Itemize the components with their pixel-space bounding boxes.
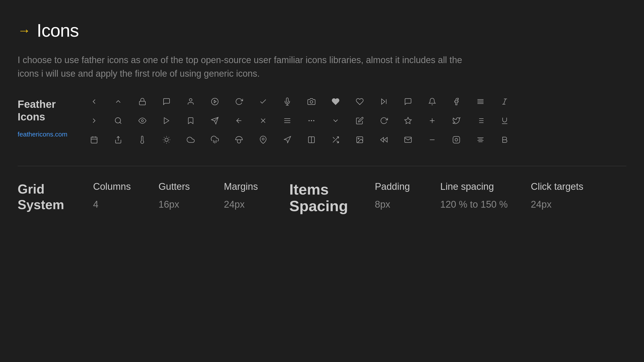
mic-icon — [281, 96, 293, 108]
svg-marker-65 — [381, 138, 384, 142]
svg-point-64 — [358, 138, 359, 139]
search-icon — [112, 115, 124, 127]
svg-marker-19 — [164, 118, 169, 124]
svg-point-30 — [309, 120, 309, 121]
star-icon — [402, 115, 414, 127]
chevron-up-icon — [112, 96, 124, 108]
check-icon — [257, 96, 269, 108]
shuffle-icon — [330, 134, 342, 146]
chevron-left-icon — [88, 96, 100, 108]
camera-icon — [305, 96, 317, 108]
icons-row-2 — [88, 115, 626, 127]
icons-grid — [88, 96, 626, 146]
edit-icon — [354, 115, 366, 127]
menu-icon — [281, 115, 293, 127]
italic-icon — [499, 96, 511, 108]
icons-row-3 — [88, 134, 626, 146]
svg-point-1 — [189, 99, 192, 101]
facebook-icon — [450, 96, 462, 108]
rotate-cw-icon — [378, 115, 390, 127]
message-circle-icon — [402, 96, 414, 108]
sun-icon — [160, 134, 173, 146]
svg-rect-0 — [139, 101, 145, 105]
line-spacing-header: Line spacing — [440, 181, 516, 192]
brand-name: Feather Icons — [18, 98, 68, 123]
send-icon — [209, 115, 221, 127]
chevron-down-icon — [330, 115, 342, 127]
cloud-icon — [185, 134, 197, 146]
plus-icon — [426, 115, 438, 127]
icons-row-1 — [88, 96, 626, 108]
svg-marker-7 — [382, 99, 385, 104]
click-targets-value: 24px — [531, 199, 583, 210]
refresh-icon — [233, 96, 245, 108]
svg-point-58 — [262, 138, 264, 140]
svg-line-15 — [504, 99, 506, 104]
gutters-col: Gutters 16px — [158, 181, 209, 214]
skip-forward-icon — [378, 96, 390, 108]
grid-columns-container: Columns 4 Gutters 16px Margins 24px Item… — [93, 181, 626, 214]
instagram-icon — [450, 134, 462, 146]
arrow-icon: → — [18, 24, 31, 37]
click-targets-header: Click targets — [531, 181, 583, 192]
eye-icon — [136, 115, 148, 127]
gutters-value: 16px — [158, 199, 209, 210]
margins-value: 24px — [224, 199, 274, 210]
lock-icon — [136, 96, 148, 108]
calendar-icon — [88, 134, 100, 146]
list-icon — [474, 115, 487, 127]
arrow-left-icon — [233, 115, 245, 127]
click-targets-col: Click targets 24px — [531, 181, 583, 214]
minus-icon — [426, 134, 438, 146]
svg-point-28 — [311, 120, 312, 121]
line-spacing-value: 120 % to 150 % — [440, 199, 516, 210]
navigation-icon — [281, 134, 293, 146]
umbrella-icon — [233, 134, 245, 146]
thermometer-icon — [136, 134, 148, 146]
columns-value: 4 — [93, 199, 143, 210]
twitter-icon — [450, 115, 462, 127]
svg-rect-41 — [91, 137, 97, 143]
bell-icon — [426, 96, 438, 108]
line-spacing-col: Line spacing 120 % to 150 % — [440, 181, 516, 214]
padding-value: 8px — [375, 199, 425, 210]
padding-header: Padding — [375, 181, 425, 192]
svg-point-16 — [115, 118, 120, 123]
svg-line-53 — [164, 142, 165, 142]
heart-outline-icon — [354, 96, 366, 108]
share-icon — [112, 134, 124, 146]
underline-icon — [499, 115, 511, 127]
x-close-icon — [257, 115, 269, 127]
section-title: Icons — [37, 20, 79, 41]
map-pin-icon — [257, 134, 269, 146]
image-icon — [354, 134, 366, 146]
margins-col: Margins 24px — [224, 181, 274, 214]
svg-marker-66 — [384, 138, 387, 142]
chevron-right-icon — [88, 115, 100, 127]
svg-line-54 — [169, 137, 169, 138]
align-justify-icon — [474, 96, 487, 108]
heart-filled-icon — [330, 96, 342, 108]
cloud-rain-icon — [209, 134, 221, 146]
icons-brand: Feather Icons feathericons.com — [18, 96, 68, 138]
svg-point-6 — [310, 101, 313, 103]
gutters-header: Gutters — [158, 181, 209, 192]
svg-line-61 — [337, 141, 339, 143]
items-spacing-col: Items Spacing — [289, 181, 360, 214]
padding-col: Padding 8px — [375, 181, 425, 214]
section-description: I choose to use father icons as one of t… — [18, 53, 470, 80]
align-center-icon — [474, 134, 487, 146]
grid-system-section: Grid System Columns 4 Gutters 16px Margi… — [18, 181, 626, 214]
section-divider — [18, 166, 626, 166]
svg-marker-3 — [214, 100, 216, 103]
section-header: → Icons — [18, 20, 626, 41]
icons-section: Feather Icons feathericons.com — [18, 96, 626, 146]
mail-icon — [402, 134, 414, 146]
bold-icon — [499, 134, 511, 146]
play-circle-icon — [209, 96, 221, 108]
svg-point-29 — [313, 120, 314, 121]
svg-point-46 — [165, 138, 168, 141]
brand-link[interactable]: feathericons.com — [18, 130, 68, 138]
svg-point-18 — [141, 120, 143, 122]
margins-header: Margins — [224, 181, 274, 192]
